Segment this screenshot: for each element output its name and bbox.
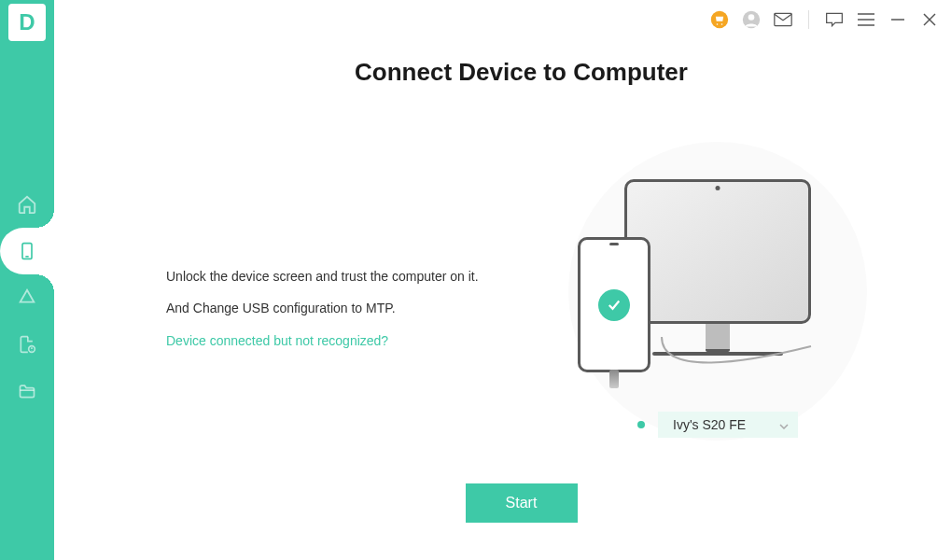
menu-icon (858, 13, 874, 26)
titlebar-divider (808, 10, 809, 29)
start-button[interactable]: Start (466, 483, 578, 523)
phone-notch (609, 243, 619, 245)
cloud-icon (17, 287, 37, 308)
check-icon (606, 297, 622, 314)
user-icon (742, 10, 761, 29)
help-link[interactable]: Device connected but not recognized? (166, 333, 388, 348)
nav-device[interactable] (0, 228, 54, 274)
page-title: Connect Device to Computer (166, 58, 876, 87)
svg-rect-9 (775, 13, 791, 25)
instruction-line-2: And Change USB configuration to MTP. (166, 301, 522, 315)
nav-alert[interactable] (0, 321, 54, 368)
monitor-graphic (624, 179, 811, 324)
close-button[interactable] (919, 9, 940, 30)
account-button[interactable] (741, 9, 762, 30)
feedback-button[interactable] (824, 9, 845, 30)
monitor-camera (716, 186, 720, 190)
app-logo: D (8, 4, 46, 41)
minimize-icon (891, 13, 904, 26)
instructions: Unlock the device screen and trust the c… (166, 269, 559, 349)
devices-graphic (624, 179, 811, 356)
titlebar (54, 0, 951, 39)
instruction-line-1: Unlock the device screen and trust the c… (166, 269, 522, 284)
shop-button[interactable] (709, 9, 730, 30)
menu-button[interactable] (856, 9, 876, 30)
logo-letter: D (19, 9, 35, 35)
middle-section: Unlock the device screen and trust the c… (166, 143, 876, 474)
mail-button[interactable] (773, 9, 793, 30)
sidebar: D (0, 0, 54, 560)
status-dot (637, 421, 645, 428)
cable-graphic (643, 337, 830, 393)
main-area: Connect Device to Computer Unlock the de… (54, 0, 951, 560)
file-alert-icon (18, 334, 36, 355)
nav-cloud[interactable] (0, 274, 54, 321)
phone-connector (609, 370, 619, 388)
check-badge (598, 289, 630, 321)
svg-point-8 (748, 14, 755, 21)
illustration: Ivy's S20 FE (559, 179, 876, 438)
phone-graphic (578, 237, 650, 372)
chat-icon (825, 11, 844, 28)
minimize-button[interactable] (888, 9, 908, 30)
phone-icon (18, 240, 36, 262)
close-icon (923, 13, 936, 26)
device-selector[interactable]: Ivy's S20 FE (658, 412, 798, 438)
nav-folder[interactable] (0, 368, 54, 414)
folder-icon (17, 382, 37, 400)
mail-icon (774, 12, 792, 27)
device-selector-row: Ivy's S20 FE (637, 412, 798, 438)
device-selector-label: Ivy's S20 FE (673, 417, 746, 432)
shopping-cart-icon (710, 10, 729, 29)
chevron-down-icon (779, 417, 789, 432)
home-icon (17, 194, 37, 215)
content: Connect Device to Computer Unlock the de… (54, 39, 951, 560)
